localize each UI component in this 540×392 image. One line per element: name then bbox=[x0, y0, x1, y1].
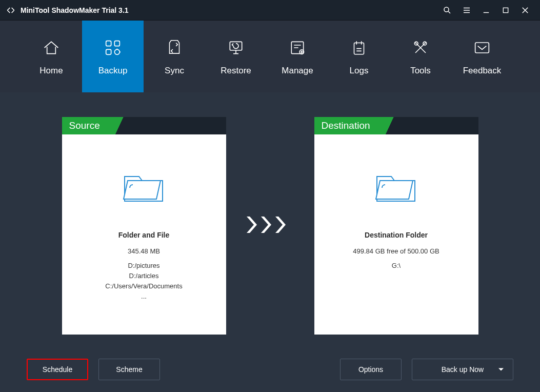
source-path-more: ... bbox=[141, 291, 147, 302]
tab-sync[interactable]: Sync bbox=[144, 21, 205, 92]
tab-feedback[interactable]: Feedback bbox=[451, 21, 513, 92]
close-icon[interactable] bbox=[515, 0, 535, 21]
schedule-button[interactable]: Schedule bbox=[27, 359, 88, 380]
tab-label: Backup bbox=[98, 66, 128, 76]
destination-title: Destination Folder bbox=[365, 231, 428, 239]
source-body: Folder and File 345.48 MB D:/pictures D:… bbox=[62, 134, 226, 335]
tab-label: Manage bbox=[282, 66, 313, 76]
destination-body: Destination Folder 499.84 GB free of 500… bbox=[314, 134, 478, 335]
tab-label: Logs bbox=[350, 66, 369, 76]
bottom-bar: Schedule Scheme Options Back up Now bbox=[0, 347, 540, 392]
minimize-icon[interactable] bbox=[476, 0, 496, 21]
maximize-icon[interactable] bbox=[496, 0, 515, 21]
options-button[interactable]: Options bbox=[340, 359, 402, 380]
app-logo-icon bbox=[5, 5, 16, 16]
scheme-button[interactable]: Scheme bbox=[98, 359, 160, 380]
restore-icon bbox=[226, 37, 246, 58]
svg-point-0 bbox=[444, 7, 449, 12]
source-panel[interactable]: Source Folder and File 345.48 MB D:/pict… bbox=[62, 117, 226, 335]
search-icon[interactable] bbox=[437, 0, 457, 21]
source-header: Source bbox=[62, 117, 226, 134]
tab-label: Tools bbox=[410, 66, 431, 76]
tab-label: Home bbox=[39, 66, 63, 76]
folder-icon bbox=[118, 165, 170, 206]
svg-rect-4 bbox=[106, 49, 111, 54]
destination-header-label: Destination bbox=[314, 117, 382, 134]
backup-icon bbox=[103, 37, 123, 58]
destination-panel[interactable]: Destination Destination Folder 499.84 GB… bbox=[314, 117, 478, 335]
tab-label: Restore bbox=[221, 66, 251, 76]
titlebar: MiniTool ShadowMaker Trial 3.1 bbox=[0, 0, 540, 21]
destination-header: Destination bbox=[314, 117, 478, 134]
tab-home[interactable]: Home bbox=[21, 21, 82, 92]
source-header-label: Source bbox=[62, 117, 111, 134]
tab-logs[interactable]: Logs bbox=[328, 21, 390, 92]
logs-icon bbox=[349, 37, 369, 58]
source-path: D:/articles bbox=[129, 271, 159, 281]
app-window: MiniTool ShadowMaker Trial 3.1 Home bbox=[0, 0, 540, 392]
tab-backup[interactable]: Backup bbox=[82, 21, 144, 92]
svg-rect-1 bbox=[503, 8, 508, 12]
arrow-icon bbox=[247, 214, 294, 237]
source-size: 345.48 MB bbox=[128, 246, 160, 257]
manage-icon bbox=[287, 37, 308, 58]
nav-tabs: Home Backup Sync Restore Manage bbox=[0, 21, 540, 92]
svg-rect-12 bbox=[475, 43, 489, 53]
main-area: Source Folder and File 345.48 MB D:/pict… bbox=[0, 92, 540, 347]
menu-icon[interactable] bbox=[457, 0, 476, 21]
app-title: MiniTool ShadowMaker Trial 3.1 bbox=[21, 6, 129, 14]
feedback-icon bbox=[472, 37, 492, 58]
sync-icon bbox=[165, 37, 184, 58]
tools-icon bbox=[410, 37, 431, 58]
tab-manage[interactable]: Manage bbox=[267, 21, 328, 92]
tab-restore[interactable]: Restore bbox=[205, 21, 267, 92]
backup-now-label: Back up Now bbox=[442, 365, 484, 374]
tab-label: Feedback bbox=[463, 66, 502, 76]
destination-drive: G:\ bbox=[392, 261, 401, 271]
tab-label: Sync bbox=[165, 66, 184, 76]
source-path: D:/pictures bbox=[128, 261, 159, 271]
destination-free: 499.84 GB free of 500.00 GB bbox=[353, 246, 439, 257]
svg-rect-2 bbox=[106, 41, 111, 46]
folder-icon bbox=[371, 165, 422, 206]
backup-now-button[interactable]: Back up Now bbox=[412, 359, 513, 380]
source-path: C:/Users/Vera/Documents bbox=[105, 281, 182, 291]
tab-tools[interactable]: Tools bbox=[390, 21, 451, 92]
svg-point-5 bbox=[114, 49, 119, 54]
source-title: Folder and File bbox=[118, 231, 170, 239]
svg-rect-3 bbox=[114, 41, 119, 46]
home-icon bbox=[41, 37, 62, 58]
